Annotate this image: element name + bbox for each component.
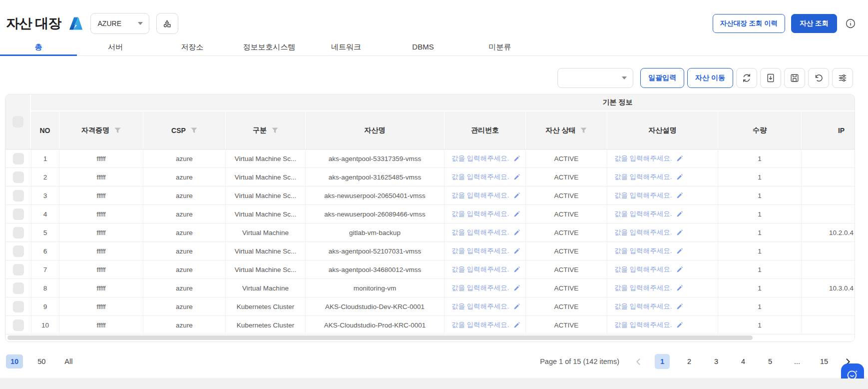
mgmt-number-edit-cell[interactable]: 값을 입력해주세요. — [444, 298, 525, 316]
edit-pencil-icon[interactable] — [676, 248, 683, 254]
mgmt-number-edit-cell[interactable]: 값을 입력해주세요. — [444, 205, 525, 223]
page-size-50[interactable]: 50 — [33, 354, 50, 368]
bulk-input-button[interactable]: 일괄입력 — [640, 68, 684, 88]
row-checkbox[interactable] — [13, 190, 24, 202]
asset-desc-edit-cell[interactable]: 값을 입력해주세요. — [607, 260, 718, 278]
save-button[interactable] — [784, 68, 805, 88]
asset-desc-edit-cell[interactable]: 값을 입력해주세요. — [607, 279, 718, 297]
column-header-1: NO — [31, 112, 59, 149]
edit-pencil-icon[interactable] — [676, 155, 683, 162]
undo-button[interactable] — [808, 68, 829, 88]
toolbar-select[interactable] — [557, 68, 633, 88]
page-size-selector: 1050All — [6, 354, 77, 368]
asset-desc-edit-cell[interactable]: 값을 입력해주세요. — [607, 224, 718, 242]
edit-placeholder: 값을 입력해주세요. — [614, 265, 672, 274]
tab-6[interactable]: DBMS — [385, 40, 461, 56]
tab-7[interactable]: 미분류 — [461, 40, 538, 56]
mgmt-number-edit-cell[interactable]: 값을 입력해주세요. — [444, 224, 525, 242]
page-3[interactable]: 3 — [709, 354, 724, 369]
edit-pencil-icon[interactable] — [513, 303, 520, 310]
asset-desc-edit-cell[interactable]: 값을 입력해주세요. — [607, 168, 718, 186]
page-5[interactable]: 5 — [763, 354, 778, 369]
asset-desc-edit-cell[interactable]: 값을 입력해주세요. — [607, 186, 718, 204]
tab-4[interactable]: 정보보호시스템 — [231, 40, 308, 56]
edit-pencil-icon[interactable] — [513, 174, 520, 180]
export-button[interactable] — [760, 68, 781, 88]
asset-move-button[interactable]: 자산 이동 — [687, 68, 733, 88]
mgmt-number-edit-cell[interactable]: 값을 입력해주세요. — [444, 150, 525, 168]
group-header-row: 기본 정보 — [31, 94, 855, 112]
filter-icon[interactable] — [114, 128, 121, 134]
info-icon[interactable] — [845, 18, 856, 29]
edit-pencil-icon[interactable] — [513, 322, 520, 328]
edit-pencil-icon[interactable] — [676, 174, 683, 180]
tab-1[interactable]: 총 — [0, 40, 77, 56]
asset-desc-edit-cell[interactable]: 값을 입력해주세요. — [607, 316, 718, 334]
cell-credential: fffff — [59, 260, 143, 278]
export-file-icon — [766, 73, 776, 83]
asset-desc-edit-cell[interactable]: 값을 입력해주세요. — [607, 205, 718, 223]
asset-search-button[interactable]: 자산 조회 — [791, 14, 837, 33]
cell-qty: 1 — [718, 316, 801, 334]
row-checkbox[interactable] — [13, 208, 24, 220]
tab-3[interactable]: 저장소 — [154, 40, 231, 56]
mgmt-number-edit-cell[interactable]: 값을 입력해주세요. — [444, 242, 525, 260]
filter-icon[interactable] — [272, 128, 278, 134]
row-checkbox[interactable] — [13, 246, 24, 257]
page-2[interactable]: 2 — [682, 354, 697, 369]
filter-icon[interactable] — [580, 128, 587, 134]
asset-desc-edit-cell[interactable]: 값을 입력해주세요. — [607, 298, 718, 316]
edit-pencil-icon[interactable] — [676, 229, 683, 236]
asset-desc-edit-cell[interactable]: 값을 입력해주세요. — [607, 150, 718, 168]
mgmt-number-edit-cell[interactable]: 값을 입력해주세요. — [444, 168, 525, 186]
tab-5[interactable]: 네트워크 — [308, 40, 385, 56]
page-size-all[interactable]: All — [60, 354, 77, 368]
row-checkbox[interactable] — [13, 264, 24, 276]
bottom-strip — [0, 378, 868, 389]
asset-ledger-history-button[interactable]: 자산대장 조회 이력 — [713, 14, 786, 33]
edit-pencil-icon[interactable] — [513, 248, 520, 254]
row-checkbox[interactable] — [13, 320, 24, 331]
row-checkbox[interactable] — [13, 282, 24, 294]
edit-pencil-icon[interactable] — [513, 284, 520, 292]
csp-select[interactable]: AZURE — [90, 13, 149, 34]
edit-pencil-icon[interactable] — [676, 303, 683, 310]
cell-csp: azure — [143, 260, 225, 278]
asset-desc-edit-cell[interactable]: 값을 입력해주세요. — [607, 242, 718, 260]
hierarchy-button[interactable] — [156, 13, 178, 34]
mgmt-number-edit-cell[interactable]: 값을 입력해주세요. — [444, 260, 525, 278]
cell-status: ACTIVE — [525, 168, 607, 186]
edit-pencil-icon[interactable] — [676, 192, 683, 199]
edit-pencil-icon[interactable] — [513, 229, 520, 236]
select-all-checkbox[interactable] — [12, 116, 23, 128]
prev-page-button[interactable] — [634, 358, 643, 366]
refresh-button[interactable] — [736, 68, 757, 88]
pager: Page 1 of 15 (142 items) 12345...15 — [540, 354, 852, 369]
mgmt-number-edit-cell[interactable]: 값을 입력해주세요. — [444, 186, 525, 204]
mgmt-number-edit-cell[interactable]: 값을 입력해주세요. — [444, 316, 525, 334]
edit-pencil-icon[interactable] — [513, 210, 520, 218]
page-1[interactable]: 1 — [655, 354, 670, 369]
edit-pencil-icon[interactable] — [513, 155, 520, 162]
row-checkbox[interactable] — [13, 153, 24, 164]
filter-icon[interactable] — [191, 128, 197, 134]
row-checkbox[interactable] — [13, 301, 24, 312]
edit-pencil-icon[interactable] — [513, 266, 520, 273]
edit-pencil-icon[interactable] — [676, 266, 683, 273]
cell-ip — [801, 186, 855, 204]
edit-pencil-icon[interactable] — [676, 210, 683, 218]
cell-type: Virtual Machine — [225, 224, 305, 242]
edit-pencil-icon[interactable] — [676, 322, 683, 328]
page-15[interactable]: 15 — [817, 354, 832, 369]
scrollbar-thumb[interactable] — [7, 336, 753, 340]
edit-placeholder: 값을 입력해주세요. — [614, 302, 672, 311]
tab-2[interactable]: 서버 — [77, 40, 154, 56]
column-chooser-button[interactable] — [832, 68, 853, 88]
row-checkbox[interactable] — [13, 227, 24, 238]
edit-pencil-icon[interactable] — [513, 192, 520, 199]
page-size-10[interactable]: 10 — [6, 354, 23, 368]
mgmt-number-edit-cell[interactable]: 값을 입력해주세요. — [444, 279, 525, 297]
edit-pencil-icon[interactable] — [676, 284, 683, 292]
page-4[interactable]: 4 — [736, 354, 751, 369]
row-checkbox[interactable] — [13, 172, 24, 183]
